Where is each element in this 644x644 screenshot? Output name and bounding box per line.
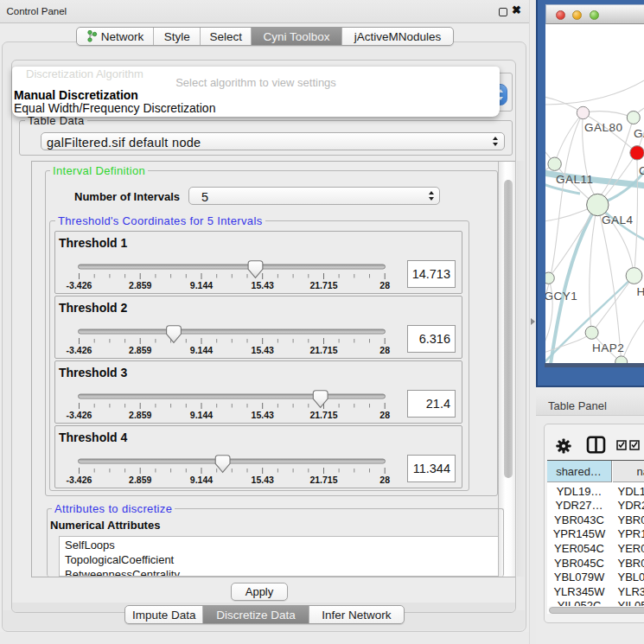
svg-text:28: 28 [379,410,390,420]
svg-text:-3.426: -3.426 [67,410,92,420]
svg-text:2.859: 2.859 [129,345,151,355]
svg-text:2.859: 2.859 [129,410,151,420]
svg-text:GAL80: GAL80 [584,121,623,134]
svg-text:21.715: 21.715 [309,345,337,355]
svg-text:21.715: 21.715 [309,475,337,485]
svg-text:15.43: 15.43 [252,280,274,290]
svg-text:H: H [637,285,644,298]
svg-text:21.715: 21.715 [309,410,337,420]
svg-text:9.144: 9.144 [190,475,213,485]
svg-text:-3.426: -3.426 [67,280,92,290]
svg-text:2.859: 2.859 [129,475,151,485]
svg-text:15.43: 15.43 [252,475,274,485]
svg-text:GCY1: GCY1 [545,289,577,302]
svg-text:9.144: 9.144 [190,410,213,420]
svg-text:28: 28 [379,280,390,290]
svg-text:C: C [639,164,644,177]
svg-text:15.43: 15.43 [252,345,274,355]
svg-text:2.859: 2.859 [129,280,151,290]
svg-text:15.43: 15.43 [252,410,274,420]
svg-text:GAL4: GAL4 [602,214,634,226]
svg-text:GAL11: GAL11 [556,173,594,186]
svg-text:9.144: 9.144 [190,345,213,355]
svg-text:9.144: 9.144 [190,280,213,290]
svg-text:28: 28 [379,475,390,485]
svg-text:-3.426: -3.426 [67,345,92,355]
svg-text:-3.426: -3.426 [67,475,92,485]
svg-text:28: 28 [379,345,390,355]
svg-text:HAP2: HAP2 [592,341,624,354]
svg-text:GAL1: GAL1 [634,127,644,140]
svg-text:21.715: 21.715 [309,280,337,290]
